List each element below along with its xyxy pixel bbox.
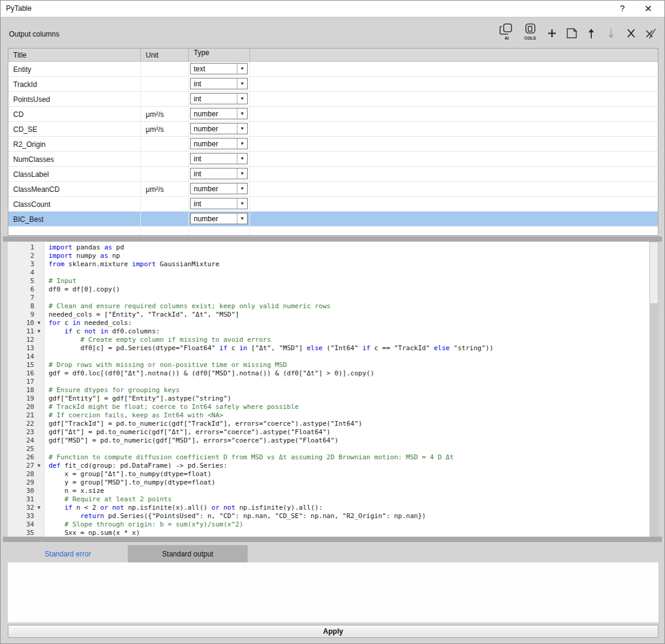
apply-button[interactable]: Apply bbox=[8, 625, 658, 638]
fold-spacer bbox=[34, 487, 44, 495]
column-title-cell: BIC_Best bbox=[8, 212, 141, 226]
code-text: gdf["TrackId"] = pd.to_numeric(gdf["Trac… bbox=[44, 420, 362, 428]
column-type-cell: int▼ bbox=[189, 197, 250, 211]
table-row[interactable]: CD_SEμm²/snumber▼ bbox=[8, 122, 658, 137]
table-row[interactable]: TrackIdint▼ bbox=[8, 77, 658, 92]
chevron-down-icon: ▼ bbox=[237, 198, 247, 209]
add-column-icon[interactable] bbox=[546, 23, 558, 43]
line-number: 11 bbox=[8, 327, 34, 336]
code-line: 23gdf["Δt"] = pd.to_numeric(gdf["Δt"], e… bbox=[8, 428, 649, 437]
type-dropdown[interactable]: int▼ bbox=[190, 168, 248, 179]
type-dropdown[interactable]: number▼ bbox=[190, 183, 248, 194]
fold-spacer bbox=[34, 411, 44, 420]
fold-spacer bbox=[34, 344, 44, 353]
delete-all-columns-icon[interactable] bbox=[645, 23, 657, 43]
header-title: Title bbox=[8, 49, 141, 61]
type-dropdown[interactable]: number▼ bbox=[190, 213, 248, 224]
column-type-cell: number▼ bbox=[189, 182, 250, 196]
line-number: 7 bbox=[8, 294, 34, 302]
table-row[interactable]: ClassCountint▼ bbox=[8, 197, 658, 212]
code-line: 28 x = group["Δt"].to_numpy(dtype=float) bbox=[8, 470, 649, 479]
fold-marker-icon: ▼ bbox=[34, 319, 44, 327]
code-line: 3from sklearn.mixture import GaussianMix… bbox=[8, 260, 649, 269]
type-dropdown-value: number bbox=[191, 140, 237, 148]
chevron-down-icon: ▼ bbox=[237, 154, 247, 164]
table-row[interactable]: ClassMeanCDμm²/snumber▼ bbox=[8, 182, 658, 197]
paste-icon[interactable] bbox=[565, 23, 577, 43]
line-number: 25 bbox=[8, 445, 34, 453]
type-dropdown[interactable]: int▼ bbox=[190, 198, 248, 209]
code-line: 1import pandas as pd bbox=[8, 243, 649, 252]
help-button[interactable]: ? bbox=[613, 2, 631, 15]
fold-spacer bbox=[34, 277, 44, 285]
splitter-bottom[interactable] bbox=[3, 537, 662, 542]
header-type: Type bbox=[189, 49, 250, 61]
table-row[interactable]: R2_Originnumber▼ bbox=[8, 137, 658, 152]
type-dropdown[interactable]: int▼ bbox=[190, 153, 248, 164]
table-header-row: Title Unit Type bbox=[8, 49, 658, 62]
fold-marker-icon: ▼ bbox=[34, 462, 44, 470]
table-row[interactable]: BIC_Bestnumber▼ bbox=[8, 212, 658, 227]
fold-spacer bbox=[34, 529, 44, 537]
line-number: 20 bbox=[8, 403, 34, 411]
type-dropdown-value: int bbox=[191, 155, 237, 163]
type-dropdown[interactable]: int▼ bbox=[190, 93, 248, 104]
column-title-cell: CD_SE bbox=[8, 122, 141, 136]
fold-marker-icon: ▼ bbox=[34, 504, 44, 512]
type-dropdown[interactable]: text▼ bbox=[190, 63, 248, 74]
line-number: 29 bbox=[8, 479, 34, 487]
table-row[interactable]: CDμm²/snumber▼ bbox=[8, 107, 658, 122]
scrollbar-thumb[interactable] bbox=[649, 242, 658, 304]
column-row-spacer bbox=[250, 122, 658, 136]
type-dropdown[interactable]: number▼ bbox=[190, 138, 248, 149]
code-line: 2import numpy as np bbox=[8, 252, 649, 260]
editor-vertical-scrollbar[interactable] bbox=[649, 242, 658, 537]
column-row-spacer bbox=[250, 92, 658, 106]
column-row-spacer bbox=[250, 182, 658, 196]
code-line: 34 # Slope through origin: b = sum(x*y)/… bbox=[8, 520, 649, 529]
code-text: gdf["Entity"] = gdf["Entity"].astype("st… bbox=[44, 395, 231, 403]
fold-spacer bbox=[34, 294, 44, 302]
type-dropdown[interactable]: int▼ bbox=[190, 78, 248, 89]
chevron-down-icon: ▼ bbox=[237, 79, 247, 89]
copy-ai-icon[interactable]: Ai bbox=[499, 23, 514, 43]
code-editor[interactable]: 1import pandas as pd2import numpy as np3… bbox=[8, 242, 658, 537]
output-columns-table: Title Unit Type Entitytext▼TrackIdint▼Po… bbox=[8, 48, 658, 236]
code-text: x = group["Δt"].to_numpy(dtype=float) bbox=[44, 470, 212, 479]
type-dropdown-value: number bbox=[191, 215, 237, 223]
type-dropdown[interactable]: number▼ bbox=[190, 123, 248, 134]
type-dropdown[interactable]: number▼ bbox=[190, 108, 248, 119]
chevron-down-icon: ▼ bbox=[237, 94, 247, 104]
code-text: import numpy as np bbox=[44, 252, 120, 260]
line-number: 21 bbox=[8, 411, 34, 420]
close-button[interactable]: ✕ bbox=[639, 2, 657, 15]
code-text bbox=[44, 294, 49, 302]
column-type-cell: number▼ bbox=[189, 107, 250, 121]
column-unit-cell bbox=[141, 152, 189, 166]
table-row[interactable]: Entitytext▼ bbox=[8, 62, 658, 77]
table-row[interactable]: NumClassesint▼ bbox=[8, 152, 658, 167]
columns-toolbar: Ai COLS bbox=[499, 23, 657, 43]
code-line: 5# Input bbox=[8, 277, 649, 285]
table-row[interactable]: ClassLabelint▼ bbox=[8, 167, 658, 182]
console-output-panel[interactable] bbox=[8, 562, 658, 622]
column-row-spacer bbox=[250, 197, 658, 211]
line-number: 22 bbox=[8, 420, 34, 428]
column-row-spacer bbox=[250, 167, 658, 181]
move-up-icon[interactable] bbox=[585, 23, 597, 43]
code-line: 21# If coercion fails, keep as Int64 wit… bbox=[8, 411, 649, 420]
column-row-spacer bbox=[250, 227, 658, 236]
code-line: 4 bbox=[8, 269, 649, 277]
fold-spacer bbox=[34, 336, 44, 344]
copy-cols-icon[interactable]: COLS bbox=[522, 23, 538, 43]
table-row[interactable]: PointsUsedint▼ bbox=[8, 92, 658, 107]
fold-spacer bbox=[34, 260, 44, 269]
line-number: 15 bbox=[8, 361, 34, 369]
delete-column-icon[interactable] bbox=[625, 23, 637, 43]
code-line: 7 bbox=[8, 294, 649, 302]
tab-standard-error[interactable]: Standard error bbox=[8, 545, 128, 562]
tab-standard-output[interactable]: Standard output bbox=[128, 545, 248, 562]
splitter-top[interactable] bbox=[3, 236, 662, 242]
code-text: gdf["MSD"] = pd.to_numeric(gdf["MSD"], e… bbox=[44, 437, 338, 445]
column-unit-cell bbox=[141, 77, 189, 91]
